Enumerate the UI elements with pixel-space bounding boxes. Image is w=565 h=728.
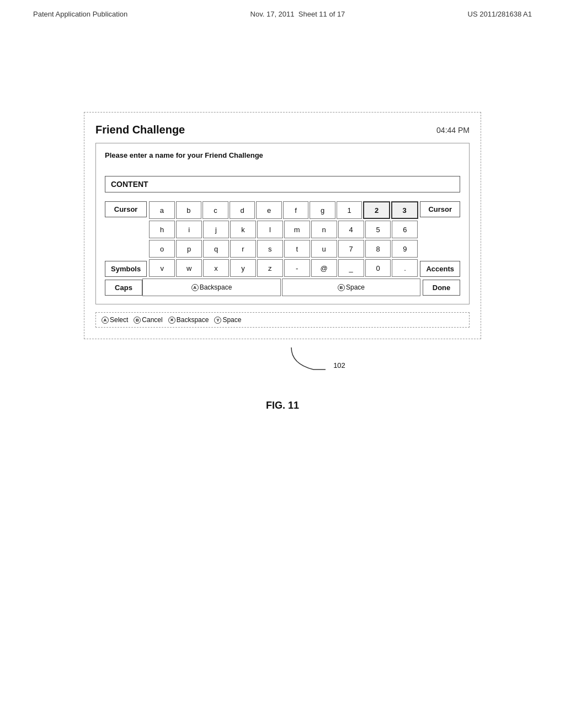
- caps-button[interactable]: Caps: [105, 280, 142, 296]
- ref-curve-svg: [286, 345, 330, 372]
- key-3[interactable]: 3: [391, 201, 418, 219]
- key-o[interactable]: o: [149, 240, 175, 258]
- key-z[interactable]: z: [257, 259, 283, 277]
- key-v[interactable]: v: [149, 259, 175, 277]
- key-6[interactable]: 6: [392, 221, 418, 238]
- key-r[interactable]: r: [230, 240, 256, 258]
- cursor-left-button[interactable]: Cursor: [105, 201, 147, 217]
- key-9[interactable]: 9: [392, 240, 418, 258]
- key-underscore[interactable]: _: [338, 259, 364, 277]
- key-j[interactable]: j: [203, 221, 229, 238]
- symbols-button[interactable]: Symbols: [105, 261, 147, 277]
- key-q[interactable]: q: [203, 240, 229, 258]
- key-w[interactable]: w: [176, 259, 202, 277]
- key-d[interactable]: d: [230, 201, 255, 219]
- key-c[interactable]: c: [202, 201, 228, 219]
- key-h[interactable]: h: [149, 221, 175, 238]
- accents-button[interactable]: Accents: [420, 261, 460, 277]
- key-b[interactable]: b: [176, 201, 202, 219]
- key-m[interactable]: m: [284, 221, 310, 238]
- key-g[interactable]: g: [310, 201, 335, 219]
- key-5[interactable]: 5: [365, 221, 391, 238]
- reference-number: 102: [333, 361, 345, 370]
- key-y[interactable]: y: [230, 259, 256, 277]
- main-content: Friend Challenge 04:44 PM Please enter a…: [0, 24, 565, 411]
- key-e[interactable]: e: [256, 201, 282, 219]
- key-s[interactable]: s: [257, 240, 283, 258]
- key-period[interactable]: .: [392, 259, 418, 277]
- keyboard-center: a b c d e f g 1 2 3: [149, 201, 418, 277]
- ref-line-container: 102: [84, 345, 481, 372]
- keyboard-wrapper: Cursor Symbols a b c d e f g: [105, 201, 460, 296]
- reference-area: 102: [84, 345, 481, 372]
- key-u[interactable]: u: [311, 240, 337, 258]
- backspace-button[interactable]: ABackspace: [142, 279, 281, 296]
- key-0[interactable]: 0: [365, 259, 391, 277]
- screen-header: Friend Challenge 04:44 PM: [95, 124, 470, 136]
- screen-container: Friend Challenge 04:44 PM Please enter a…: [84, 112, 481, 339]
- key-2[interactable]: 2: [363, 201, 390, 219]
- dialog-prompt: Please enter a name for your Friend Chal…: [105, 151, 460, 159]
- key-i[interactable]: i: [176, 221, 202, 238]
- keyboard-bottom-row: Caps ABackspace BSpace Done: [105, 279, 460, 296]
- patent-header-right: US 2011/281638 A1: [468, 10, 532, 18]
- key-a[interactable]: a: [149, 201, 175, 219]
- key-row-4: v w x y z - @ _ 0 .: [149, 259, 418, 277]
- key-row-3: o p q r s t u 7 8 9: [149, 240, 418, 258]
- screen-time: 04:44 PM: [436, 126, 470, 135]
- key-k[interactable]: k: [230, 221, 256, 238]
- legend-row: ASelect BCancel ✕Backspace YSpace: [95, 312, 470, 328]
- patent-header-left: Patent Application Publication: [33, 10, 127, 18]
- patent-header-middle: Nov. 17, 2011 Sheet 11 of 17: [250, 10, 345, 18]
- key-4[interactable]: 4: [338, 221, 364, 238]
- key-row-2: h i j k l m n 4 5 6: [149, 221, 418, 238]
- keyboard-left-buttons: Cursor Symbols: [105, 201, 147, 277]
- legend-text: ASelect BCancel ✕Backspace YSpace: [102, 316, 241, 324]
- key-1[interactable]: 1: [337, 201, 363, 219]
- patent-header: Patent Application Publication Nov. 17, …: [0, 0, 565, 24]
- content-input-field[interactable]: CONTENT: [105, 176, 460, 192]
- key-at[interactable]: @: [311, 259, 337, 277]
- done-button[interactable]: Done: [423, 280, 460, 296]
- key-row-1: a b c d e f g 1 2 3: [149, 201, 418, 219]
- key-n[interactable]: n: [311, 221, 337, 238]
- key-8[interactable]: 8: [365, 240, 391, 258]
- figure-label: FIG. 11: [266, 400, 299, 411]
- space-button[interactable]: BSpace: [282, 279, 420, 296]
- keyboard-main-row: Cursor Symbols a b c d e f g: [105, 201, 460, 277]
- key-dash[interactable]: -: [284, 259, 310, 277]
- key-x[interactable]: x: [203, 259, 229, 277]
- key-7[interactable]: 7: [338, 240, 364, 258]
- key-l[interactable]: l: [257, 221, 283, 238]
- screen-title: Friend Challenge: [95, 124, 185, 136]
- key-p[interactable]: p: [176, 240, 202, 258]
- cursor-right-button[interactable]: Cursor: [420, 201, 460, 217]
- dialog-box: Please enter a name for your Friend Chal…: [95, 143, 470, 304]
- key-f[interactable]: f: [283, 201, 309, 219]
- keyboard-right-buttons: Cursor Accents: [420, 201, 460, 277]
- key-t[interactable]: t: [284, 240, 310, 258]
